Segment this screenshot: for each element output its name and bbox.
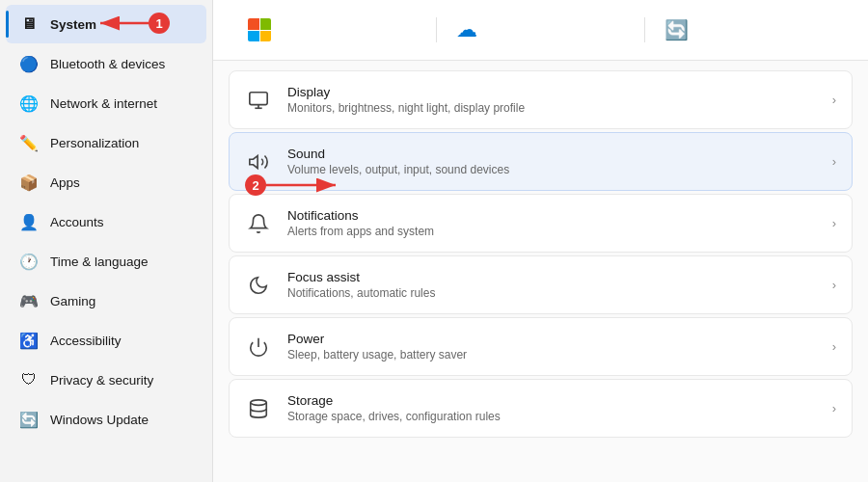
sidebar-item-time[interactable]: 🕐Time & language xyxy=(6,242,206,281)
apps-icon: 📦 xyxy=(19,173,39,192)
sidebar-item-privacy[interactable]: 🛡Privacy & security xyxy=(6,361,206,399)
ms365-icon xyxy=(248,18,271,41)
settings-item-focus[interactable]: Focus assistNotifications, automatic rul… xyxy=(229,255,853,314)
sidebar-item-personalization[interactable]: ✏️Personalization xyxy=(6,123,206,162)
settings-item-chevron-focus: › xyxy=(832,278,836,292)
settings-item-desc-storage: Storage space, drives, configuration rul… xyxy=(287,410,817,423)
update-icon: 🔄 xyxy=(19,410,39,429)
accessibility-icon: ♿ xyxy=(19,331,39,350)
sidebar: 🖥System🔵Bluetooth & devices🌐Network & in… xyxy=(0,0,212,482)
sidebar-item-gaming[interactable]: 🎮Gaming xyxy=(6,281,206,320)
time-icon: 🕐 xyxy=(19,252,39,271)
sidebar-item-label-privacy: Privacy & security xyxy=(50,373,153,388)
sidebar-item-label-accessibility: Accessibility xyxy=(50,334,122,348)
settings-item-name-notifications: Notifications xyxy=(287,208,817,223)
settings-item-desc-focus: Notifications, automatic rules xyxy=(287,286,817,300)
winupdate-link[interactable]: 🔄 xyxy=(645,10,853,50)
network-icon: 🌐 xyxy=(19,94,39,113)
settings-item-storage[interactable]: StorageStorage space, drives, configurat… xyxy=(229,379,853,438)
svg-point-5 xyxy=(251,399,267,405)
settings-item-name-storage: Storage xyxy=(287,393,817,408)
settings-item-sound[interactable]: SoundVolume levels, output, input, sound… xyxy=(229,132,853,191)
settings-item-notifications[interactable]: NotificationsAlerts from apps and system… xyxy=(229,194,853,253)
sidebar-item-label-network: Network & internet xyxy=(50,96,157,111)
sidebar-item-label-accounts: Accounts xyxy=(50,215,104,229)
settings-item-name-display: Display xyxy=(287,85,817,99)
focus-settings-icon xyxy=(245,272,272,299)
settings-item-desc-power: Sleep, battery usage, battery saver xyxy=(287,348,817,362)
settings-item-name-focus: Focus assist xyxy=(287,270,817,284)
sidebar-item-network[interactable]: 🌐Network & internet xyxy=(6,84,206,122)
personalization-icon: ✏️ xyxy=(19,133,39,152)
display-settings-icon xyxy=(245,87,272,114)
sidebar-item-accessibility[interactable]: ♿Accessibility xyxy=(6,321,206,360)
sidebar-item-system[interactable]: 🖥System xyxy=(6,5,206,43)
settings-list: DisplayMonitors, brightness, night light… xyxy=(213,61,868,450)
notifications-settings-icon xyxy=(245,210,272,237)
settings-item-display[interactable]: DisplayMonitors, brightness, night light… xyxy=(229,70,853,129)
sidebar-item-accounts[interactable]: 👤Accounts xyxy=(6,202,206,241)
accounts-icon: 👤 xyxy=(19,212,39,231)
settings-item-power[interactable]: PowerSleep, battery usage, battery saver… xyxy=(229,317,853,376)
sidebar-item-label-personalization: Personalization xyxy=(50,136,139,150)
settings-item-desc-notifications: Alerts from apps and system xyxy=(287,225,817,238)
ms365-link[interactable] xyxy=(229,10,436,50)
storage-settings-icon xyxy=(245,395,272,422)
settings-item-name-power: Power xyxy=(287,332,817,346)
sound-settings-icon xyxy=(245,148,272,175)
settings-item-chevron-sound: › xyxy=(832,154,836,169)
settings-item-desc-display: Monitors, brightness, night light, displ… xyxy=(287,101,817,115)
sidebar-item-label-system: System xyxy=(50,17,96,32)
sidebar-item-update[interactable]: 🔄Windows Update xyxy=(6,400,206,439)
sidebar-item-label-update: Windows Update xyxy=(50,413,149,427)
onedrive-icon: ☁ xyxy=(456,17,477,42)
main-content: ☁ 🔄 DisplayMonitors, brightness, night l… xyxy=(212,0,868,482)
gaming-icon: 🎮 xyxy=(19,291,39,310)
onedrive-link[interactable]: ☁ xyxy=(437,10,644,50)
sidebar-item-bluetooth[interactable]: 🔵Bluetooth & devices xyxy=(6,44,206,83)
bluetooth-icon: 🔵 xyxy=(19,54,39,73)
settings-item-chevron-notifications: › xyxy=(832,216,836,230)
sidebar-item-label-bluetooth: Bluetooth & devices xyxy=(50,57,165,71)
system-icon: 🖥 xyxy=(19,14,39,34)
settings-item-chevron-storage: › xyxy=(832,401,836,415)
sidebar-item-label-apps: Apps xyxy=(50,175,80,190)
settings-item-desc-sound: Volume levels, output, input, sound devi… xyxy=(287,163,817,176)
svg-marker-3 xyxy=(250,155,258,168)
privacy-icon: 🛡 xyxy=(19,370,39,389)
settings-item-chevron-power: › xyxy=(832,339,836,354)
sidebar-item-label-time: Time & language xyxy=(50,254,149,269)
power-settings-icon xyxy=(245,334,272,361)
sidebar-item-apps[interactable]: 📦Apps xyxy=(6,163,206,201)
svg-rect-0 xyxy=(250,92,267,104)
settings-item-chevron-display: › xyxy=(832,93,836,107)
quick-access-bar: ☁ 🔄 xyxy=(213,0,868,61)
settings-item-name-sound: Sound xyxy=(287,147,817,161)
winupdate-icon: 🔄 xyxy=(665,18,689,41)
sidebar-item-label-gaming: Gaming xyxy=(50,294,95,308)
